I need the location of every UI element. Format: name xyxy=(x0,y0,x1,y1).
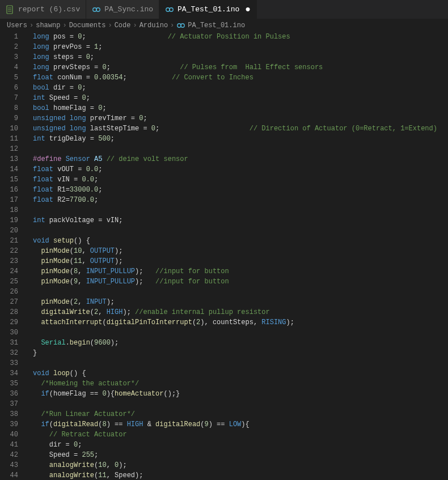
breadcrumb-label: Users xyxy=(7,22,27,29)
code-line[interactable]: void setup() { xyxy=(33,236,448,246)
chevron-right-icon: › xyxy=(29,22,33,29)
tab-pa-test-01-ino[interactable]: PA_Test_01.ino● xyxy=(159,0,257,19)
code-line[interactable]: /*Run Linear Actuator*/ xyxy=(33,409,448,419)
code-line[interactable]: pinMode(11, OUTPUT); xyxy=(33,256,448,266)
line-number: 29 xyxy=(0,317,18,328)
breadcrumb-label: Documents xyxy=(69,22,106,29)
line-number-gutter: 1234567891011121314151617181920212223242… xyxy=(0,32,26,480)
breadcrumb: Users›shawnp›Documents›Code›Arduino›PA_T… xyxy=(0,19,448,32)
code-line[interactable] xyxy=(33,226,448,236)
line-number: 6 xyxy=(0,83,18,93)
chevron-right-icon: › xyxy=(170,22,174,29)
breadcrumb-segment[interactable]: shawnp xyxy=(36,22,60,29)
tab-pa-sync-ino[interactable]: PA_Sync.ino xyxy=(86,0,159,19)
line-number: 24 xyxy=(0,266,18,277)
breadcrumb-segment[interactable]: PA_Test_01.ino xyxy=(176,21,245,30)
line-number: 2 xyxy=(0,42,18,52)
line-number: 20 xyxy=(0,226,18,236)
line-number: 40 xyxy=(0,430,18,440)
code-line[interactable]: analogWrite(11, Speed); xyxy=(33,470,448,480)
code-line[interactable]: if(digitalRead(8) == HIGH & digitalRead(… xyxy=(33,419,448,430)
code-line[interactable] xyxy=(33,358,448,368)
tab-label: report (6).csv xyxy=(18,5,80,14)
code-line[interactable]: attachInterrupt(digitalPinToInterrupt(2)… xyxy=(33,317,448,328)
code-line[interactable]: bool homeFlag = 0; xyxy=(33,103,448,113)
breadcrumb-segment[interactable]: Documents xyxy=(69,22,106,29)
code-line[interactable]: if(homeFlag == 0){homeActuator();} xyxy=(33,389,448,399)
code-line[interactable] xyxy=(33,144,448,154)
code-editor[interactable]: 1234567891011121314151617181920212223242… xyxy=(0,32,448,480)
breadcrumb-label: shawnp xyxy=(36,22,60,29)
breadcrumb-segment[interactable]: Arduino xyxy=(140,22,168,29)
code-line[interactable]: unsigned long prevTimer = 0; xyxy=(33,113,448,124)
code-line[interactable]: // Retract Actuator xyxy=(33,430,448,440)
line-number: 21 xyxy=(0,236,18,246)
code-line[interactable]: void loop() { xyxy=(33,368,448,379)
code-line[interactable]: long pos = 0; // Actuator Position in Pu… xyxy=(33,32,448,42)
line-number: 7 xyxy=(0,93,18,103)
code-line[interactable]: unsigned long lastStepTime = 0; // Direc… xyxy=(33,124,448,134)
line-number: 39 xyxy=(0,419,18,430)
code-line[interactable]: } xyxy=(33,348,448,358)
code-line[interactable]: pinMode(8, INPUT_PULLUP); //input for bu… xyxy=(33,266,448,277)
code-line[interactable]: float vOUT = 0.0; xyxy=(33,164,448,175)
line-number: 22 xyxy=(0,246,18,256)
line-number: 43 xyxy=(0,460,18,470)
code-line[interactable]: long prevPos = 1; xyxy=(33,42,448,52)
code-line[interactable] xyxy=(33,287,448,297)
tab-report-6-csv[interactable]: report (6).csv xyxy=(0,0,86,19)
line-number: 9 xyxy=(0,113,18,124)
line-number: 31 xyxy=(0,338,18,348)
code-line[interactable]: int packVoltage = vIN; xyxy=(33,215,448,226)
line-number: 26 xyxy=(0,287,18,297)
code-line[interactable]: float R1=33000.0; xyxy=(33,185,448,195)
line-number: 38 xyxy=(0,409,18,419)
code-line[interactable]: /*Homeing the actuator*/ xyxy=(33,379,448,389)
code-line[interactable]: #define Sensor A5 // deine volt sensor xyxy=(33,154,448,164)
code-line[interactable] xyxy=(33,205,448,215)
line-number: 27 xyxy=(0,297,18,307)
file-arduino-icon xyxy=(92,5,101,14)
breadcrumb-segment[interactable]: Users xyxy=(7,22,27,29)
line-number: 42 xyxy=(0,450,18,460)
code-line[interactable]: dir = 0; xyxy=(33,440,448,450)
tab-label: PA_Test_01.ino xyxy=(177,5,239,14)
code-line[interactable]: pinMode(2, INPUT); xyxy=(33,297,448,307)
chevron-right-icon: › xyxy=(133,22,137,29)
code-line[interactable] xyxy=(33,399,448,409)
code-line[interactable]: int Speed = 0; xyxy=(33,93,448,103)
code-content[interactable]: long pos = 0; // Actuator Position in Pu… xyxy=(26,32,448,480)
line-number: 17 xyxy=(0,195,18,205)
code-line[interactable]: pinMode(10, OUTPUT); xyxy=(33,246,448,256)
file-arduino-icon xyxy=(165,5,174,14)
line-number: 23 xyxy=(0,256,18,266)
line-number: 25 xyxy=(0,277,18,287)
code-line[interactable]: float conNum = 0.00354; // Convert to In… xyxy=(33,73,448,83)
line-number: 11 xyxy=(0,134,18,144)
line-number: 12 xyxy=(0,144,18,154)
breadcrumb-label: PA_Test_01.ino xyxy=(188,22,245,29)
line-number: 1 xyxy=(0,32,18,42)
code-line[interactable]: float vIN = 0.0; xyxy=(33,175,448,185)
line-number: 14 xyxy=(0,164,18,175)
code-line[interactable]: long steps = 0; xyxy=(33,52,448,62)
breadcrumb-segment[interactable]: Code xyxy=(115,22,131,29)
code-line[interactable]: bool dir = 0; xyxy=(33,83,448,93)
code-line[interactable]: analogWrite(10, 0); xyxy=(33,460,448,470)
chevron-right-icon: › xyxy=(62,22,66,29)
tab-bar: report (6).csvPA_Sync.inoPA_Test_01.ino● xyxy=(0,0,448,19)
code-line[interactable]: int trigDelay = 500; xyxy=(33,134,448,144)
code-line[interactable]: pinMode(9, INPUT_PULLUP); //input for bu… xyxy=(33,277,448,287)
dirty-indicator-icon: ● xyxy=(245,5,251,15)
line-number: 33 xyxy=(0,358,18,368)
line-number: 18 xyxy=(0,205,18,215)
line-number: 3 xyxy=(0,52,18,62)
line-number: 5 xyxy=(0,73,18,83)
code-line[interactable]: digitalWrite(2, HIGH); //enable internal… xyxy=(33,307,448,317)
code-line[interactable]: long prevSteps = 0; // Pulses from Hall … xyxy=(33,62,448,73)
code-line[interactable] xyxy=(33,328,448,338)
code-line[interactable]: Speed = 255; xyxy=(33,450,448,460)
code-line[interactable]: float R2=7700.0; xyxy=(33,195,448,205)
line-number: 4 xyxy=(0,62,18,73)
code-line[interactable]: Serial.begin(9600); xyxy=(33,338,448,348)
